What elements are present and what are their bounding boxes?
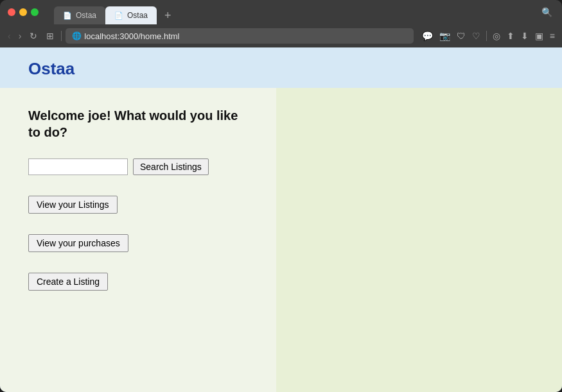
grid-button[interactable]: ⊞ <box>43 30 57 42</box>
app-title: Ostaa <box>28 59 534 79</box>
view-listings-button[interactable]: View your Listings <box>28 196 118 214</box>
download-icon[interactable]: ⬇ <box>519 30 531 42</box>
traffic-lights <box>8 8 39 16</box>
navigation-bar: ‹ › ↻ ⊞ 🌐 💬 📷 🛡 ♡ ◎ ⬆ ⬇ ▣ ≡ <box>0 24 562 47</box>
url-bar[interactable]: 🌐 <box>66 28 413 44</box>
tab-2[interactable]: 📄 Ostaa <box>105 6 157 24</box>
page-body: Welcome joe! What would you like to do? … <box>0 88 562 392</box>
separator-2 <box>486 31 487 41</box>
search-row: Search Listings <box>28 158 248 175</box>
toolbar-right-icons: 💬 📷 🛡 ♡ ◎ ⬆ ⬇ ▣ ≡ <box>420 30 557 42</box>
tabs-icon[interactable]: ▣ <box>533 30 545 42</box>
search-input[interactable] <box>28 158 128 175</box>
title-bar: 📄 Ostaa 📄 Ostaa + 🔍 <box>0 0 562 24</box>
search-listings-button[interactable]: Search Listings <box>133 158 209 175</box>
forward-button[interactable]: › <box>16 30 24 42</box>
tab-1-label: Ostaa <box>76 11 96 20</box>
url-input[interactable] <box>84 31 407 41</box>
minimize-button[interactable] <box>19 8 27 16</box>
camera-icon[interactable]: 📷 <box>437 30 452 42</box>
heart-icon[interactable]: ♡ <box>470 30 482 42</box>
tab-2-label: Ostaa <box>127 11 148 20</box>
reload-button[interactable]: ↻ <box>26 30 40 42</box>
browser-window: 📄 Ostaa 📄 Ostaa + 🔍 ‹ › ↻ ⊞ 🌐 💬 📷 🛡 ♡ <box>0 0 562 392</box>
tab-1-icon: 📄 <box>63 12 72 20</box>
menu-icon[interactable]: ≡ <box>548 30 557 42</box>
page-content: Ostaa Welcome joe! What would you like t… <box>0 47 562 392</box>
page-header: Ostaa <box>0 47 562 88</box>
new-tab-button[interactable]: + <box>159 6 177 24</box>
close-button[interactable] <box>8 8 15 16</box>
right-panel <box>276 88 562 392</box>
separator-1 <box>61 31 62 41</box>
tracking-icon[interactable]: ◎ <box>491 30 502 42</box>
tabs-area: 📄 Ostaa 📄 Ostaa + <box>54 0 534 24</box>
tab-2-icon: 📄 <box>114 12 123 20</box>
maximize-button[interactable] <box>31 8 39 16</box>
globe-icon: 🌐 <box>72 31 82 40</box>
tab-1[interactable]: 📄 Ostaa <box>54 6 105 24</box>
share-icon[interactable]: ⬆ <box>505 30 516 42</box>
left-panel: Welcome joe! What would you like to do? … <box>0 88 276 392</box>
back-button[interactable]: ‹ <box>5 30 13 42</box>
welcome-message: Welcome joe! What would you like to do? <box>28 107 248 141</box>
messages-icon[interactable]: 💬 <box>420 30 435 42</box>
shield-icon[interactable]: 🛡 <box>455 30 468 42</box>
view-purchases-button[interactable]: View your purchases <box>28 234 128 252</box>
browser-search-icon[interactable]: 🔍 <box>540 6 554 19</box>
create-listing-button[interactable]: Create a Listing <box>28 273 108 291</box>
